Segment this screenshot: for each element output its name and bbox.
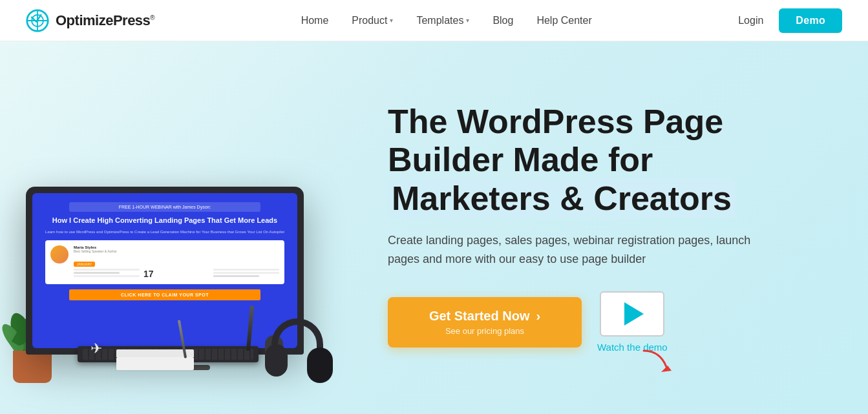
cta-arrow-icon: › [536,309,540,324]
templates-chevron-icon: ▾ [466,17,469,24]
screen-subtitle: Learn how to use WordPress and OptimizeP… [45,229,284,235]
monitor-screen: FREE 1-HOUR WEBINAR with James Dyson: Ho… [32,193,297,348]
headphones-left-ear [265,344,288,377]
nav-help-center[interactable]: Help Center [536,15,591,26]
nav-home[interactable]: Home [301,15,329,26]
hero-right: The WordPress Page Builder Made for Mark… [349,103,829,353]
play-button[interactable] [600,291,664,336]
play-triangle-icon [624,302,644,326]
date-number: 17 [143,269,209,279]
speaker-avatar [50,245,69,264]
monitor-casing: FREE 1-HOUR WEBINAR with James Dyson: Ho… [26,187,304,355]
nav-links: Home Product ▾ Templates ▾ Blog Help Cen… [301,15,592,26]
cta-main-label: Get Started Now › [429,309,540,324]
monitor-body: FREE 1-HOUR WEBINAR with James Dyson: Ho… [26,187,304,370]
logo[interactable]: OptimizePress® [26,9,154,32]
hero-heading: The WordPress Page Builder Made for Mark… [388,103,829,218]
get-started-button[interactable]: Get Started Now › See our pricing plans [388,297,582,347]
screen-cta-button: CLICK HERE TO CLAIM YOUR SPOT [69,289,260,300]
demo-button[interactable]: Demo [779,8,842,33]
nav-blog[interactable]: Blog [492,15,513,26]
logo-icon [26,9,49,32]
screen-card-content: Maria Styles Best Selling Speaker & Auth… [74,245,279,279]
airplane-icon: ✈ [90,340,102,357]
nav-templates[interactable]: Templates ▾ [416,15,469,26]
monitor: FREE 1-HOUR WEBINAR with James Dyson: Ho… [26,187,304,370]
heading-highlight: Marketers & Creators [388,178,736,218]
headphones [265,318,336,383]
hero-subtext: Create landing pages, sales pages, webin… [388,231,763,269]
hero-section: FREE 1-HOUR WEBINAR with James Dyson: Ho… [0,41,868,414]
headphones-right-ear [307,347,333,383]
notebook [116,357,194,370]
hero-left: FREE 1-HOUR WEBINAR with James Dyson: Ho… [13,73,349,383]
cta-main-text: Get Started Now [429,309,530,324]
screen-top-bar: FREE 1-HOUR WEBINAR with James Dyson: [69,202,260,212]
product-chevron-icon: ▾ [390,17,393,24]
date-badge: JANUARY [74,262,95,267]
logo-text: OptimizePress® [56,12,154,29]
red-arrow-icon [640,347,673,376]
login-link[interactable]: Login [738,15,763,26]
nav-product[interactable]: Product ▾ [352,15,393,26]
screen-card: Maria Styles Best Selling Speaker & Auth… [45,240,284,284]
navbar: OptimizePress® Home Product ▾ Templates … [0,0,868,41]
watch-demo-area: Watch the demo [597,291,668,353]
speaker-role: Best Selling Speaker & Author [74,249,279,253]
nav-actions: Login Demo [738,8,842,33]
screen-decorative-lines: 17 [74,269,279,279]
cta-sub-label: See our pricing plans [445,326,524,336]
screen-title: How I Create High Converting Landing Pag… [52,216,277,225]
hero-cta-row: Get Started Now › See our pricing plans … [388,291,829,353]
